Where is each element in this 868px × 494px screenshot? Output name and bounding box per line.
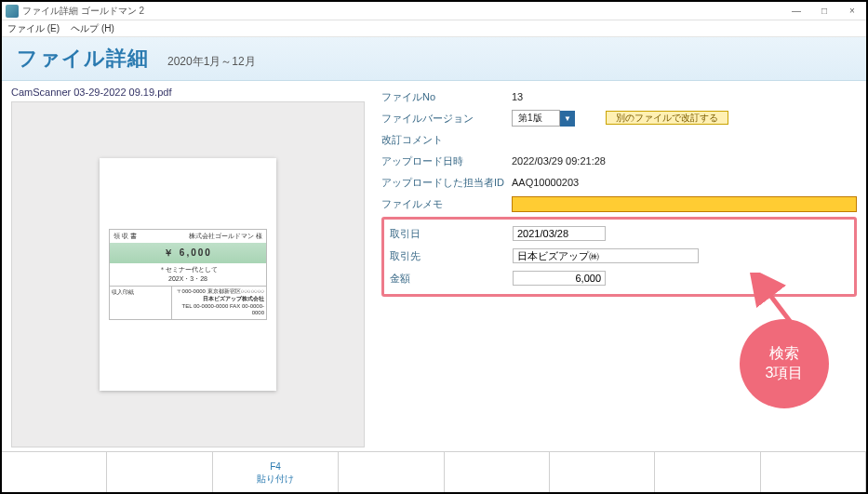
version-select-value: 第1版 — [512, 110, 560, 127]
receipt-stamp: 収入印紙 — [112, 288, 169, 297]
partner-input[interactable] — [513, 248, 699, 263]
footer-cell-8 — [761, 452, 866, 492]
footer-cell-5 — [445, 452, 550, 492]
page-title: ファイル詳細 — [17, 45, 149, 73]
receipt-addr2: 日本ビズアップ株式会社 — [174, 296, 264, 303]
receipt-desc1: ＊セミナー代として — [112, 265, 264, 274]
search-fields-group: 取引日 取引先 金額 — [381, 217, 857, 297]
receipt-image: 領 収 書 株式会社ゴールドマン 様 ￥ 6,000 ＊セミナー代として 202… — [109, 229, 267, 320]
footer-cell-4 — [339, 452, 444, 492]
page-header: ファイル詳細 2020年1月～12月 — [2, 37, 866, 81]
menubar: ファイル (E) ヘルプ (H) — [2, 20, 866, 37]
receipt-desc2: 202X・3・28 — [112, 274, 264, 284]
menu-help[interactable]: ヘルプ (H) — [71, 22, 114, 35]
memo-input[interactable] — [512, 196, 857, 212]
f4-action-label: 貼り付け — [257, 473, 294, 485]
minimize-button[interactable]: — — [782, 6, 810, 16]
label-partner: 取引先 — [390, 249, 513, 263]
label-version: ファイルバージョン — [381, 112, 512, 126]
footer-cell-1 — [2, 452, 107, 492]
file-name-label: CamScanner 03-29-2022 09.19.pdf — [11, 87, 365, 98]
footer-cell-2 — [107, 452, 212, 492]
receipt-amount: ￥ 6,000 — [109, 243, 267, 263]
receipt-addr1: 〒000-0000 東京都新宿区○○○○○○○ — [174, 288, 264, 296]
f4-paste-button[interactable]: F4 貼り付け — [213, 452, 340, 492]
period-label: 2020年1月～12月 — [167, 54, 256, 70]
preview-area: 領 収 書 株式会社ゴールドマン 様 ￥ 6,000 ＊セミナー代として 202… — [11, 101, 365, 447]
label-memo: ファイルメモ — [381, 197, 512, 211]
revise-button[interactable]: 別のファイルで改訂する — [606, 111, 728, 125]
details-pane: ファイルNo 13 ファイルバージョン 第1版 ▼ 別のファイルで改訂する 改訂… — [381, 87, 857, 447]
menu-file[interactable]: ファイル (E) — [7, 22, 60, 35]
content-body: CamScanner 03-29-2022 09.19.pdf 領 収 書 株式… — [2, 81, 866, 451]
amount-input[interactable] — [513, 271, 606, 286]
callout-line2: 3項目 — [766, 364, 804, 383]
value-uploader-id: AAQ10000203 — [512, 177, 857, 188]
version-select[interactable]: 第1版 ▼ — [512, 110, 575, 127]
callout-line1: 検索 — [766, 344, 804, 364]
receipt-title: 領 収 書 — [114, 232, 137, 241]
receipt-tel: TEL 00-0000-0000 FAX 00-0000-0000 — [174, 303, 264, 318]
document-page: 領 収 書 株式会社ゴールドマン 様 ￥ 6,000 ＊セミナー代として 202… — [100, 158, 276, 391]
close-button[interactable]: × — [838, 6, 866, 16]
label-txn-date: 取引日 — [390, 227, 513, 241]
chevron-down-icon: ▼ — [560, 111, 575, 127]
window-title: ファイル詳細 ゴールドマン 2 — [22, 5, 782, 18]
footer-cell-7 — [655, 452, 760, 492]
callout-annotation: 検索 3項目 — [740, 319, 829, 408]
label-upload-date: アップロード日時 — [381, 154, 512, 168]
f4-key-label: F4 — [257, 461, 294, 473]
footer-cell-6 — [550, 452, 655, 492]
app-window: ファイル詳細 ゴールドマン 2 — □ × ファイル (E) ヘルプ (H) フ… — [0, 0, 868, 494]
footer-bar: F4 貼り付け — [2, 451, 866, 492]
label-revise-comment: 改訂コメント — [381, 133, 512, 147]
label-amount: 金額 — [390, 272, 513, 286]
txn-date-input[interactable] — [513, 226, 606, 241]
preview-pane: CamScanner 03-29-2022 09.19.pdf 領 収 書 株式… — [11, 87, 365, 447]
label-uploader-id: アップロードした担当者ID — [381, 176, 512, 190]
value-upload-date: 2022/03/29 09:21:28 — [512, 155, 857, 167]
label-file-no: ファイルNo — [381, 90, 512, 104]
receipt-recipient: 株式会社ゴールドマン 様 — [189, 232, 262, 241]
titlebar: ファイル詳細 ゴールドマン 2 — □ × — [2, 2, 866, 20]
value-file-no: 13 — [512, 91, 857, 102]
app-icon — [6, 5, 19, 18]
maximize-button[interactable]: □ — [810, 6, 838, 16]
